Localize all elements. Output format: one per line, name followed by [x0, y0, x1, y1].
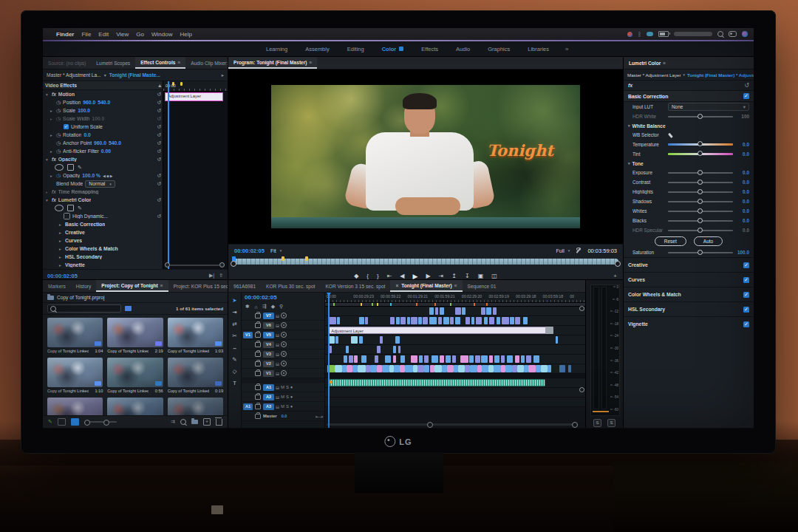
timeline-clip[interactable] [419, 355, 423, 363]
project-breadcrumb[interactable]: Copy of Tonight.prproj [43, 293, 228, 303]
track-target-button[interactable]: V3 [263, 351, 274, 358]
timeline-clip[interactable] [494, 355, 499, 363]
ec-group-row[interactable]: ▸HSL Secondary [43, 253, 163, 261]
timeline-clip[interactable] [389, 365, 394, 372]
timeline-clip[interactable] [455, 307, 461, 315]
timeline-clip[interactable] [501, 355, 505, 363]
source-patch[interactable]: V1 [243, 332, 253, 338]
project-tab[interactable]: Project: KOR Plus 15 secs [168, 280, 228, 292]
timeline-clip[interactable] [526, 355, 531, 363]
menu-item-edit[interactable]: Edit [98, 31, 109, 38]
audio-clip[interactable] [328, 379, 545, 386]
pen-tool[interactable]: ✎ [232, 356, 236, 363]
sync-lock-icon[interactable]: ⊟ [276, 371, 279, 376]
timeline-clip[interactable] [556, 336, 559, 344]
timeline-clip[interactable] [430, 365, 434, 372]
timeline-clip[interactable] [440, 307, 444, 315]
audio-track-header-a2[interactable]: A2⊟MS♦ [242, 392, 324, 402]
timeline-clip[interactable] [515, 317, 520, 324]
exposure-slider[interactable] [668, 172, 733, 174]
ec-effect-row[interactable]: ▾fxMotion↺ [43, 90, 163, 98]
timeline-horizontal-scrollbar[interactable] [327, 422, 578, 426]
workspace-tab-audio[interactable]: Audio [447, 42, 479, 56]
timeline-clip[interactable] [329, 317, 336, 324]
shadows-slider[interactable] [668, 201, 733, 202]
writable-icon[interactable]: ✎ [48, 419, 52, 425]
workspace-overflow-button[interactable]: » [565, 46, 568, 52]
workspace-tab-editing[interactable]: Editing [338, 42, 373, 56]
ec-playhead[interactable] [168, 81, 169, 269]
solo-button[interactable]: S [286, 404, 289, 409]
lock-icon[interactable] [255, 395, 261, 400]
panel-menu-icon[interactable]: ≡ [160, 280, 163, 291]
timeline-clip[interactable] [400, 365, 405, 372]
go-to-out-button[interactable]: ⇥ [439, 273, 444, 279]
battery-icon[interactable] [658, 31, 669, 37]
delete-icon[interactable] [216, 419, 222, 426]
timeline-clip[interactable] [515, 355, 519, 363]
ec-timecode[interactable]: 00:00:02:05 [47, 273, 78, 279]
reset-icon[interactable]: ↺ [157, 92, 161, 98]
clip-thumbnail[interactable] [107, 318, 163, 347]
icon-view-button[interactable] [71, 418, 79, 426]
section-checkbox[interactable]: ✓ [743, 321, 749, 327]
lumetri-master-label[interactable]: Master * Adjustment Layer [627, 72, 681, 78]
lift-button[interactable]: ↥ [451, 273, 457, 279]
highlights-slider[interactable] [668, 191, 733, 193]
reset-icon[interactable]: ↺ [157, 173, 161, 179]
timeline-clip[interactable] [460, 355, 468, 363]
video-track-header-v3[interactable]: V3⊟ [242, 349, 324, 359]
ripple-edit-tool[interactable]: ⇄ [232, 321, 236, 327]
timeline-clip[interactable] [497, 317, 500, 324]
eyedropper-icon[interactable] [668, 132, 675, 138]
track-target-button[interactable]: V2 [263, 361, 274, 367]
lock-icon[interactable] [255, 361, 261, 366]
timeline-clip[interactable] [366, 365, 370, 372]
timeline-marker[interactable] [333, 303, 335, 306]
ec-pin-icon[interactable]: ▸ [222, 72, 224, 78]
timeline-clip[interactable] [390, 317, 395, 324]
project-tab[interactable]: History [71, 280, 97, 292]
reset-icon[interactable]: ↺ [157, 157, 161, 163]
export-frame-button[interactable]: ▣ [478, 273, 484, 279]
project-clip[interactable]: Copy of Tonight Linked...0:19 [168, 358, 223, 393]
timeline-clip[interactable] [365, 317, 368, 324]
lumetri-section-color-wheels-and-match[interactable]: Color Wheels & Match✓ [624, 287, 754, 301]
sync-lock-icon[interactable]: ⊟ [276, 352, 279, 357]
timeline-clip[interactable] [521, 355, 525, 363]
stopwatch-icon[interactable]: ◷ [56, 116, 61, 122]
program-tab[interactable]: Program: Tonight (Final Master)≡ [228, 57, 317, 69]
playback-resolution-dropdown[interactable]: Full▾ [556, 248, 570, 253]
timeline-clip[interactable] [440, 355, 444, 363]
menu-item-view[interactable]: View [116, 31, 129, 38]
lock-icon[interactable] [255, 332, 261, 338]
timeline-clip[interactable] [502, 317, 508, 324]
lock-icon[interactable] [255, 385, 261, 390]
collapse-icon[interactable]: ▴ [158, 83, 161, 89]
panel-menu-icon[interactable]: ≡ [454, 280, 457, 291]
panel-menu-icon[interactable]: ≡ [663, 58, 666, 69]
project-clip[interactable]: Copy of Tonight Linked...1:04 [47, 318, 103, 353]
source-patch[interactable] [243, 313, 253, 319]
mark-out-button[interactable]: } [377, 273, 379, 279]
video-track-header-v1[interactable]: V1⊟ [242, 369, 324, 378]
saturation-slider[interactable] [668, 252, 733, 253]
timeline-clip[interactable] [337, 317, 340, 324]
ec-sequence-label[interactable]: Tonight (Final Maste... [109, 72, 160, 78]
source-patch[interactable] [243, 341, 253, 348]
timeline-clip[interactable] [471, 317, 474, 324]
property-value[interactable]: 540.0 [98, 100, 110, 105]
track-target-button[interactable]: V4 [263, 341, 274, 348]
track-target-button[interactable]: A2 [263, 394, 274, 400]
track-target-button[interactable]: V7 [263, 313, 274, 319]
timeline-clip[interactable] [358, 365, 366, 372]
reset-effect-icon[interactable]: ↺ [744, 82, 749, 89]
basic-correction-header[interactable]: Basic Correction ✓ [624, 91, 754, 102]
timeline-clip[interactable] [475, 355, 480, 363]
timeline-clip[interactable] [405, 365, 413, 372]
sequence-marker[interactable] [172, 82, 174, 86]
video-track-header-v4[interactable]: V4⊟ [242, 340, 324, 349]
project-tab[interactable]: Project: Copy of Tonight≡ [96, 280, 168, 292]
source-patch[interactable] [243, 322, 253, 329]
timeline-clip[interactable] [446, 355, 451, 363]
